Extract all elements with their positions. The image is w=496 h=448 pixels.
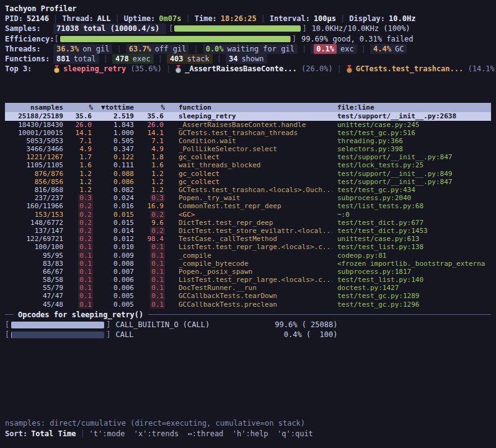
nsamples-cell: 18430/18430 xyxy=(5,121,63,129)
column-header-function[interactable]: function xyxy=(165,103,332,112)
table-row[interactable]: 153/1530.20.0150.2<GC>~:0 xyxy=(5,211,491,219)
sort-value[interactable]: Total Time xyxy=(31,429,76,439)
opcode-name: CALL_BUILTIN_O (CALL) xyxy=(115,320,263,330)
table-row[interactable]: 160/119660.20.01616.9CommonTest.test_rep… xyxy=(5,202,491,210)
table-rows: 25188/2518935.62.51935.6sleeping_retryte… xyxy=(5,112,491,309)
pct-value: 0.1 xyxy=(150,243,165,251)
cumulative-pct-cell: 0.1 xyxy=(134,301,165,309)
thread-stat-value: 0.1% xyxy=(314,44,337,54)
separator: | xyxy=(302,44,306,54)
table-row[interactable]: 137/1470.20.0140.2DictTest.test_store_ev… xyxy=(5,227,491,235)
column-header-cumulative-pct[interactable]: % xyxy=(134,103,165,112)
table-row[interactable]: 47/470.10.0050.1GCCallbackTests.tearDown… xyxy=(5,292,491,300)
file-line-cell: test/test_list.py:140 xyxy=(332,276,491,284)
thread-stat-badge: 0.0%waiting for gil xyxy=(203,44,298,54)
function-stat-label: exec xyxy=(133,54,151,64)
table-row[interactable]: 1105/11051.60.1111.6wait_threads_blocked… xyxy=(5,161,491,169)
pct-value: 7.1 xyxy=(150,137,165,145)
separator: | xyxy=(158,54,162,64)
file-line-cell: <frozen importlib._bootstrap_externa xyxy=(332,260,491,268)
function-cell: CommonTest.test_repr_deep xyxy=(165,202,332,210)
cumulative-pct-cell: 0.2 xyxy=(134,211,165,219)
table-row[interactable]: 148/67720.20.0159.6DictTest.test_repr_de… xyxy=(5,219,491,227)
bar-open-bracket: [ xyxy=(5,330,9,340)
function-cell: sleeping_retry xyxy=(165,112,332,120)
separator: | xyxy=(337,64,342,74)
separator: | xyxy=(115,14,120,24)
table-row[interactable]: 25188/2518935.62.51935.6sleeping_retryte… xyxy=(5,112,491,120)
direct-pct-cell: 14.1 xyxy=(63,129,93,137)
top-function[interactable]: GCTests.test_trashcan... (14.1%) xyxy=(346,64,496,74)
pct-value: 0.1 xyxy=(78,276,93,284)
status-item-label: PID: xyxy=(5,14,23,24)
top-function[interactable]: _AssertRaisesBaseConte... (26.0%) xyxy=(175,64,332,74)
tottime-cell: 0.010 xyxy=(93,243,134,251)
efficiency-line: Efficiency: [ ] 99.69% good, 0.31% faile… xyxy=(5,34,491,44)
status-item: Interval:100μs xyxy=(270,14,336,24)
table-row[interactable]: 58/580.10.0060.1ListTest.test_repr_large… xyxy=(5,276,491,284)
top-function-share: (14.1%) xyxy=(463,64,496,74)
table-row[interactable]: 18430/1843026.01.84326.0_AssertRaisesBas… xyxy=(5,121,491,129)
column-header-direct-pct[interactable]: % xyxy=(63,103,93,112)
opcode-bar xyxy=(11,332,104,338)
opcode-bar xyxy=(11,322,104,328)
function-cell: GCCallbackTests.preclean xyxy=(165,301,332,309)
direct-pct-cell: 0.1 xyxy=(63,252,93,260)
table-row[interactable]: 3466/34664.90.3474.9_PollLikeSelector.se… xyxy=(5,145,491,153)
direct-pct-cell: 7.1 xyxy=(63,137,93,145)
column-header-tottime-sorted[interactable]: ▼tottime xyxy=(93,103,134,112)
cumulative-pct-cell: 0.1 xyxy=(134,260,165,268)
thread-stat-value: 4.4% xyxy=(373,44,391,54)
function-stat-badge: 881total xyxy=(53,54,99,64)
pct-value: 9.6 xyxy=(150,219,165,227)
separator: | xyxy=(193,44,198,54)
cumulative-pct-cell: 1.8 xyxy=(134,153,165,161)
tottime-cell: 0.012 xyxy=(93,235,134,243)
nsamples-cell: 237/237 xyxy=(5,194,63,202)
file-line-cell: test/test_dict.py:677 xyxy=(332,219,491,227)
pct-value: 0.2 xyxy=(150,211,165,219)
top3-label: Top 3: xyxy=(5,64,53,74)
cumulative-pct-cell: 4.9 xyxy=(134,145,165,153)
table-row[interactable]: 45/480.10.0050.1GCCallbackTests.preclean… xyxy=(5,301,491,309)
tottime-cell: 0.122 xyxy=(93,153,134,161)
app-title: Tachyon Profiler xyxy=(5,4,491,14)
nsamples-cell: 153/153 xyxy=(5,211,63,219)
table-row[interactable]: 95/950.10.0090.1_compilecodeop.py:81 xyxy=(5,252,491,260)
table-row[interactable]: 816/8681.20.0821.2GCTests.test_trashcan.… xyxy=(5,186,491,194)
direct-pct-cell: 26.0 xyxy=(63,121,93,129)
cumulative-pct-cell: 0.1 xyxy=(134,292,165,300)
pct-value: 1.2 xyxy=(150,186,165,194)
top-function-share: (35.6%) xyxy=(126,64,162,74)
function-cell: _compile xyxy=(165,252,332,260)
medal-disc xyxy=(54,68,60,73)
function-stat-value: 881 xyxy=(56,54,70,64)
table-row[interactable]: 55/790.10.0060.1DocTestRunner.__rundocte… xyxy=(5,284,491,292)
table-row[interactable]: 237/2370.30.0240.3Popen._try_waitsubproc… xyxy=(5,194,491,202)
nsamples-cell: 58/58 xyxy=(5,276,63,284)
table-row[interactable]: 83/830.10.0080.1_compile_bytecode<frozen… xyxy=(5,260,491,268)
table-row[interactable]: 856/8561.20.0861.2gc_collecttest/support… xyxy=(5,178,491,186)
table-row[interactable]: 1221/12671.70.1221.8gc_collecttest/suppo… xyxy=(5,153,491,161)
nsamples-cell: 55/79 xyxy=(5,284,63,292)
cumulative-pct-cell: 0.1 xyxy=(134,276,165,284)
table-row[interactable]: 66/670.10.0070.1Popen._posix_spawnsubpro… xyxy=(5,268,491,276)
top-function[interactable]: sleeping_retry (35.6%) xyxy=(53,64,162,74)
column-header-nsamples[interactable]: nsamples xyxy=(5,103,63,112)
table-row[interactable]: 122/697210.20.01298.4TestCase._callTestM… xyxy=(5,235,491,243)
file-line-cell: test/test_list.py:138 xyxy=(332,243,491,251)
status-item-label: Interval: xyxy=(270,14,310,24)
table-row[interactable]: 5053/50537.10.5057.1Condition.waitthread… xyxy=(5,137,491,145)
pct-value: 0.2 xyxy=(150,227,165,235)
threads-line: Threads: 36.3%on gil|63.7%off gil|0.0%wa… xyxy=(5,44,491,54)
file-line-cell: subprocess.py:2040 xyxy=(332,194,491,202)
function-stat-value: 403 xyxy=(170,54,184,64)
opcode-rows: []CALL_BUILTIN_O (CALL)99.6% ( 25088)[]C… xyxy=(5,320,491,340)
column-header-file-line[interactable]: file:line xyxy=(332,103,491,112)
tottime-cell: 0.016 xyxy=(93,202,134,210)
samples-total-value: 71038 total (10000.4/s) xyxy=(56,24,159,33)
table-row[interactable]: 876/8761.20.0881.2gc_collecttest/support… xyxy=(5,170,491,178)
direct-pct-cell: 35.6 xyxy=(63,112,93,120)
table-row[interactable]: 10001/1001514.11.00014.1GCTests.test_tra… xyxy=(5,129,491,137)
table-row[interactable]: 100/1000.10.0100.1ListTest.test_repr_lar… xyxy=(5,243,491,251)
